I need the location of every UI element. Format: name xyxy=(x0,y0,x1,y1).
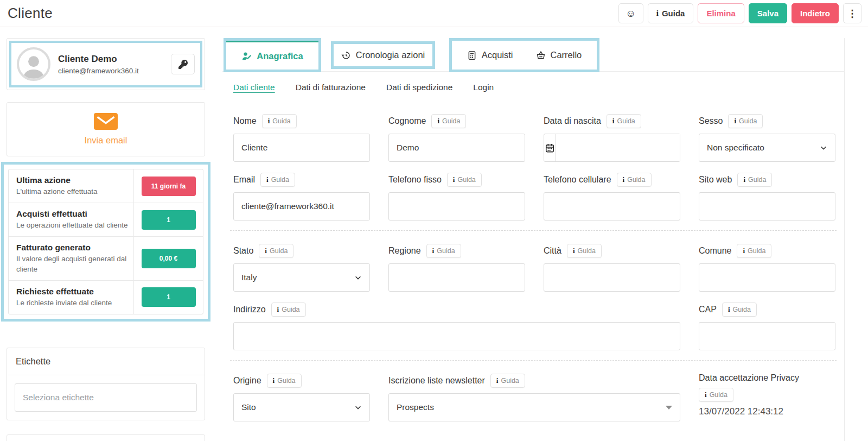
info-icon: i xyxy=(623,175,625,184)
info-icon: i xyxy=(734,117,736,125)
sesso-select[interactable]: Non specificato xyxy=(699,134,835,162)
profile-name: Cliente Demo xyxy=(58,54,163,65)
section-divider xyxy=(230,360,837,361)
field-regione: Regione i Guida xyxy=(388,243,525,292)
field-data-nascita: Data di nascita i Guida xyxy=(544,113,680,162)
user-edit-icon xyxy=(241,51,252,61)
field-label: Indirizzo xyxy=(233,305,266,314)
stats-highlight: Ultima azione L'ultima azione effettuata… xyxy=(1,162,210,322)
labels-select-input[interactable] xyxy=(15,383,197,412)
subtab-dati-cliente[interactable]: Dati cliente xyxy=(233,83,275,92)
info-icon: i xyxy=(437,117,439,125)
user-icon xyxy=(19,52,48,79)
guida-badge[interactable]: i Guida xyxy=(607,114,641,128)
cap-input[interactable] xyxy=(699,322,835,350)
regione-input[interactable] xyxy=(388,263,525,292)
data-nascita-input[interactable] xyxy=(556,134,680,161)
tab-bar: Anagrafica Cronologia azioni xyxy=(222,38,844,72)
calendar-button[interactable] xyxy=(544,134,556,161)
guida-badge[interactable]: i Guida xyxy=(737,173,772,187)
profile-highlight: Cliente Demo cliente@framework360.it xyxy=(9,41,202,87)
newsletter-select[interactable]: Prospects xyxy=(388,393,680,421)
field-newsletter: Iscrizione liste newsletter i Guida Pros… xyxy=(388,373,680,421)
info-icon: i xyxy=(453,175,455,184)
tab-label: Anagrafica xyxy=(257,51,303,61)
stat-title: Richieste effettuate xyxy=(16,287,128,297)
telefono-cellulare-input[interactable] xyxy=(544,192,680,220)
history-icon xyxy=(341,51,351,60)
guida-badge[interactable]: i Guida xyxy=(262,114,297,128)
chevron-down-icon xyxy=(354,404,362,411)
guida-badge[interactable]: i Guida xyxy=(728,114,763,128)
send-email-label: Invia email xyxy=(85,135,127,146)
field-sesso: Sesso i Guida Non specificato xyxy=(699,113,835,162)
profile-email: cliente@framework360.it xyxy=(58,67,163,75)
emoji-button[interactable]: ☺ xyxy=(618,3,643,23)
send-email-button[interactable]: Invia email xyxy=(7,102,205,156)
elimina-button[interactable]: Elimina xyxy=(698,3,744,23)
guida-badge[interactable]: i Guida xyxy=(617,173,652,187)
field-indirizzo: Indirizzo i Guida xyxy=(233,301,680,350)
main-panel: Anagrafica Cronologia azioni xyxy=(222,38,845,441)
avatar xyxy=(17,47,50,81)
subtab-dati-spedizione[interactable]: Dati di spedizione xyxy=(386,83,452,92)
tab-acquisti[interactable]: Acquisti xyxy=(467,50,513,60)
guida-badge[interactable]: i Guida xyxy=(426,244,461,258)
field-label: Telefono cellulare xyxy=(544,175,611,185)
selected-value: Italy xyxy=(241,273,257,282)
stat-title: Acquisti effettuati xyxy=(16,209,128,219)
nome-input[interactable] xyxy=(233,134,370,162)
guida-badge[interactable]: i Guida xyxy=(737,244,771,258)
field-comune: Comune i Guida xyxy=(699,243,835,292)
subtab-dati-fatturazione[interactable]: Dati di fatturazione xyxy=(296,83,366,92)
citta-input[interactable] xyxy=(544,263,680,292)
guida-badge[interactable]: i Guida xyxy=(722,303,757,317)
sito-web-input[interactable] xyxy=(699,192,835,220)
guida-badge[interactable]: i Guida xyxy=(567,244,602,258)
cognome-input[interactable] xyxy=(388,134,525,162)
field-label: Nome xyxy=(233,116,257,126)
info-icon: i xyxy=(266,175,269,184)
indietro-button[interactable]: Indietro xyxy=(792,3,839,23)
tab-carrello[interactable]: Carrello xyxy=(536,50,582,60)
origine-select[interactable]: Sito xyxy=(233,393,370,421)
guida-badge[interactable]: i Guida xyxy=(447,173,482,187)
field-label: Cognome xyxy=(388,116,426,126)
section-divider xyxy=(230,230,837,231)
header-actions: ☺ i Guida Elimina Salva Indietro ⋮ xyxy=(618,3,861,23)
stat-row-acquisti-effettuati: Acquisti effettuati Le operazioni effett… xyxy=(9,203,203,237)
guida-badge[interactable]: i Guida xyxy=(259,244,293,258)
triangle-down-icon xyxy=(666,406,672,410)
key-button[interactable] xyxy=(171,54,195,74)
guida-badge[interactable]: i Guida xyxy=(431,114,466,128)
comune-input[interactable] xyxy=(699,263,835,292)
telefono-fisso-input[interactable] xyxy=(388,192,525,220)
tab-label: Carrello xyxy=(551,50,582,60)
field-telefono-cellulare: Telefono cellulare i Guida xyxy=(544,172,680,220)
guida-badge[interactable]: i Guida xyxy=(271,303,306,317)
tab-cronologia-highlight: Cronologia azioni xyxy=(331,41,435,69)
tab-anagrafica-highlight: Anagrafica xyxy=(224,38,321,72)
info-icon: i xyxy=(728,305,730,314)
tab-cronologia-azioni[interactable]: Cronologia azioni xyxy=(341,50,425,60)
guida-badge[interactable]: i Guida xyxy=(699,388,733,402)
stat-description: Le richieste inviate dal cliente xyxy=(16,298,128,308)
field-label: CAP xyxy=(699,305,717,314)
guida-badge[interactable]: i Guida xyxy=(267,374,302,388)
guida-badge[interactable]: i Guida xyxy=(260,173,295,187)
guida-badge[interactable]: i Guida xyxy=(490,374,525,388)
info-icon: i xyxy=(273,376,275,385)
field-label: Email xyxy=(233,175,255,185)
page-title: Cliente xyxy=(8,5,53,22)
salva-button[interactable]: Salva xyxy=(749,3,787,23)
tab-anagrafica[interactable]: Anagrafica xyxy=(226,41,318,70)
stats-card: Ultima azione L'ultima azione effettuata… xyxy=(8,169,203,314)
subtab-login[interactable]: Login xyxy=(473,83,494,92)
guida-button[interactable]: i Guida xyxy=(648,3,694,23)
key-icon xyxy=(178,60,188,69)
stato-select[interactable]: Italy xyxy=(233,263,370,292)
field-cognome: Cognome i Guida xyxy=(388,113,525,162)
indirizzo-input[interactable] xyxy=(233,322,680,350)
kebab-menu-button[interactable]: ⋮ xyxy=(843,3,861,23)
email-input[interactable] xyxy=(233,192,370,220)
